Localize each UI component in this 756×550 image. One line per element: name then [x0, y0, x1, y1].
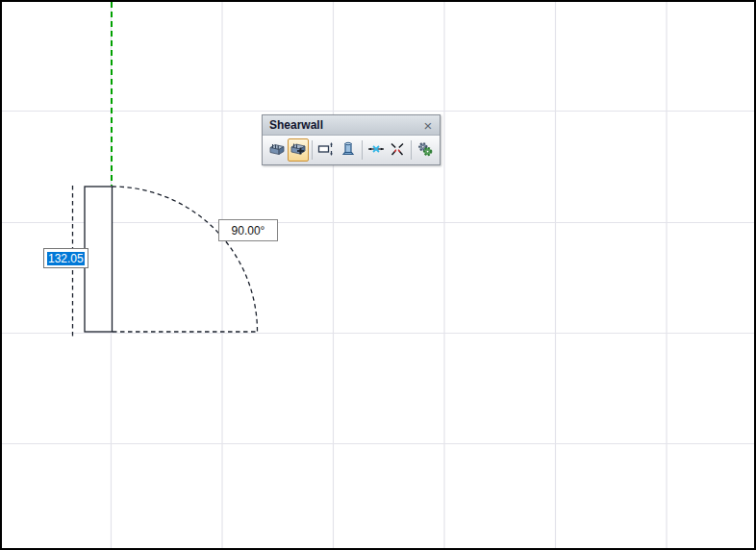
- toolbar-separator: [362, 140, 363, 160]
- snap-axis-icon: [367, 140, 385, 161]
- pedestal-button[interactable]: [337, 138, 358, 162]
- angle-label: 90.00°: [218, 219, 278, 241]
- toolbar-title: Shearwall: [269, 115, 420, 135]
- dimension-value: 132.05: [47, 252, 85, 265]
- toolbar-separator: [411, 140, 412, 160]
- pedestal-icon: [340, 140, 357, 161]
- toolbar-separator: [312, 140, 313, 160]
- wall-thickness-button[interactable]: [315, 138, 337, 162]
- snap-axis-button[interactable]: [365, 138, 387, 162]
- drawing-canvas[interactable]: [0, 0, 756, 550]
- toolbar-body: [263, 136, 440, 164]
- wall-add-icon: [290, 140, 307, 161]
- settings-button[interactable]: [415, 138, 436, 162]
- toolbar-titlebar[interactable]: Shearwall ×: [263, 115, 440, 136]
- shearwall-toolbar: Shearwall ×: [262, 114, 441, 165]
- dimension-input[interactable]: 132.05: [43, 248, 88, 268]
- break-node-button[interactable]: [387, 138, 408, 162]
- add-shearwall-button[interactable]: [288, 138, 309, 162]
- grid-lines: [2, 2, 754, 548]
- drawing-area: 132.05 90.00° Shearwall ×: [0, 0, 756, 550]
- wall-icon: [268, 140, 286, 161]
- wall-thickness-icon: [317, 140, 335, 161]
- close-icon[interactable]: ×: [420, 117, 436, 133]
- wall-outline: [85, 187, 113, 332]
- angle-arc: [113, 187, 258, 332]
- gears-icon: [416, 140, 434, 161]
- angle-value: 90.00°: [232, 224, 265, 238]
- draw-shearwall-button[interactable]: [266, 138, 288, 162]
- break-node-icon: [389, 140, 406, 161]
